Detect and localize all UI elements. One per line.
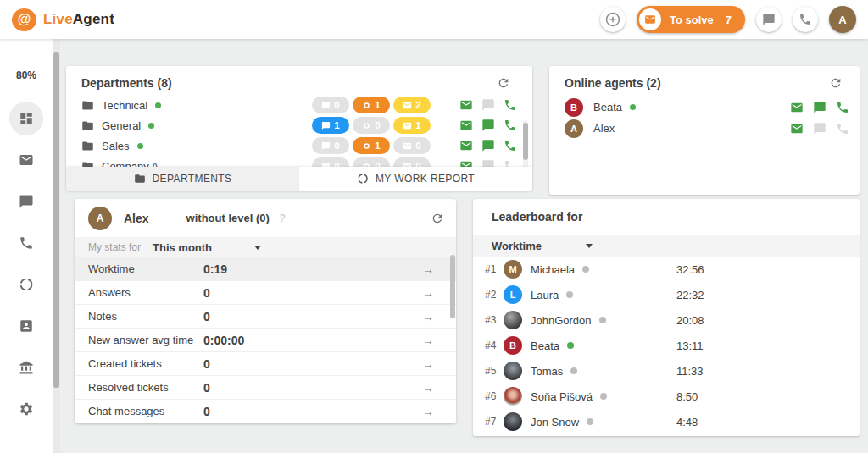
sidebar-item-dashboard[interactable] [9, 102, 43, 135]
refresh-icon[interactable] [829, 76, 843, 90]
sidebar-item-companies[interactable] [9, 351, 43, 384]
department-name: Technical [102, 99, 147, 112]
user-avatar[interactable]: A [829, 6, 856, 33]
contacts-icon [19, 318, 34, 334]
departments-title: Departments (8) [81, 76, 172, 90]
stats-scrollbar-thumb[interactable] [450, 255, 455, 318]
folder-icon [81, 119, 94, 132]
chat-icon[interactable] [481, 98, 495, 112]
tickets-badge[interactable]: 1 [393, 117, 431, 134]
help-icon[interactable]: ? [280, 213, 286, 224]
phone-icon[interactable] [504, 119, 517, 132]
sidebar-item-chats[interactable] [9, 185, 43, 218]
stat-value: 0 [203, 286, 422, 300]
to-solve-label: To solve [670, 14, 714, 26]
chats-badge[interactable]: 0 [312, 97, 349, 113]
period-dropdown[interactable]: This month [153, 241, 261, 254]
stat-row[interactable]: Worktime 0:19 → [75, 257, 456, 281]
chevron-down-icon [586, 244, 593, 248]
chat-icon[interactable] [813, 101, 826, 114]
chat-icon [762, 13, 776, 26]
refresh-icon[interactable] [497, 76, 510, 90]
phone-icon[interactable] [836, 101, 849, 114]
calls-button[interactable] [793, 7, 818, 32]
stat-row[interactable]: Notes 0 → [75, 305, 456, 329]
arrow-right-icon[interactable]: → [422, 334, 434, 347]
stat-row[interactable]: Chat messages 0 → [75, 400, 456, 423]
performance-percent: 80% [16, 69, 36, 81]
phone-icon[interactable] [504, 98, 517, 112]
department-row: Sales 0 1 0 [66, 135, 532, 156]
mail-icon [403, 101, 412, 110]
stat-value: 0 [203, 381, 422, 395]
stat-label: Created tickets [88, 357, 203, 370]
sidebar-item-settings[interactable] [9, 392, 43, 426]
tickets-badge[interactable]: 0 [393, 137, 431, 154]
phone-icon[interactable] [504, 139, 517, 152]
status-dot [587, 418, 593, 425]
phone-icon [19, 235, 34, 251]
mail-icon[interactable] [459, 139, 473, 152]
chats-badge[interactable]: 0 [312, 137, 349, 154]
arrow-right-icon[interactable]: → [422, 310, 434, 323]
rank: #2 [485, 289, 504, 301]
plus-icon [604, 11, 621, 28]
tab-my-work-report[interactable]: MY WORK REPORT [299, 167, 532, 191]
chat-icon[interactable] [813, 122, 826, 135]
sidebar-item-tickets[interactable] [9, 143, 43, 177]
calls-badge[interactable]: 0 [353, 117, 390, 134]
phone-icon[interactable] [836, 122, 849, 135]
mail-icon[interactable] [459, 119, 473, 132]
arrow-right-icon[interactable]: → [422, 262, 434, 276]
chat-icon[interactable] [481, 139, 495, 152]
stat-row[interactable]: New answer avg time 0:00:00 → [75, 329, 456, 352]
online-agents-title: Online agents (2) [565, 76, 661, 90]
stat-row[interactable]: Resolved tickets 0 → [75, 376, 456, 400]
arrow-right-icon[interactable]: → [422, 286, 434, 300]
rank: #7 [485, 416, 504, 428]
avatar: L [504, 285, 522, 304]
tab-departments[interactable]: DEPARTMENTS [66, 167, 299, 191]
rank: #1 [485, 263, 504, 275]
phone-icon [798, 13, 812, 26]
liveagent-logo: @ LiveAgent [12, 8, 114, 31]
mail-icon [403, 141, 412, 151]
online-status-dot [155, 102, 161, 108]
page-scrollbar-thumb[interactable] [53, 52, 59, 388]
to-solve-button[interactable]: To solve 7 [637, 6, 745, 33]
calls-badge[interactable]: 1 [353, 137, 390, 154]
arrow-right-icon[interactable]: → [422, 357, 434, 371]
tickets-badge[interactable]: 2 [393, 97, 431, 113]
period-value: This month [153, 241, 212, 254]
stat-row[interactable]: Answers 0 → [75, 281, 456, 305]
sidebar-item-reports[interactable] [9, 268, 43, 301]
mail-icon[interactable] [790, 122, 804, 135]
chat-icon[interactable] [481, 119, 495, 132]
mail-icon[interactable] [459, 98, 473, 112]
metric-dropdown[interactable]: Worktime [492, 240, 593, 252]
chat-icon [321, 101, 331, 110]
department-name: Sales [102, 140, 130, 152]
tab-label: DEPARTMENTS [153, 173, 232, 185]
avatar-photo [504, 311, 522, 329]
arrow-right-icon[interactable]: → [422, 381, 434, 395]
arrow-right-icon[interactable]: → [422, 405, 434, 418]
stat-label: Notes [88, 310, 203, 323]
sidebar-item-contacts[interactable] [9, 309, 43, 343]
envelope-icon [639, 8, 661, 30]
mail-icon [403, 121, 412, 130]
logo-live-text: Live [43, 11, 73, 27]
departments-scrollbar-thumb[interactable] [523, 123, 528, 160]
refresh-icon[interactable] [431, 212, 444, 225]
calls-badge[interactable]: 1 [353, 97, 390, 113]
worktime-value: 11:33 [676, 365, 704, 378]
add-button[interactable] [600, 7, 626, 32]
chats-badge[interactable]: 1 [312, 117, 349, 134]
page-scrollbar[interactable] [53, 39, 60, 453]
mail-icon[interactable] [790, 101, 804, 114]
rank: #4 [485, 340, 504, 351]
stat-row[interactable]: Created tickets 0 → [75, 352, 456, 376]
sidebar-item-calls[interactable] [9, 226, 43, 260]
chevron-down-icon [254, 246, 261, 250]
chats-button[interactable] [756, 7, 782, 32]
